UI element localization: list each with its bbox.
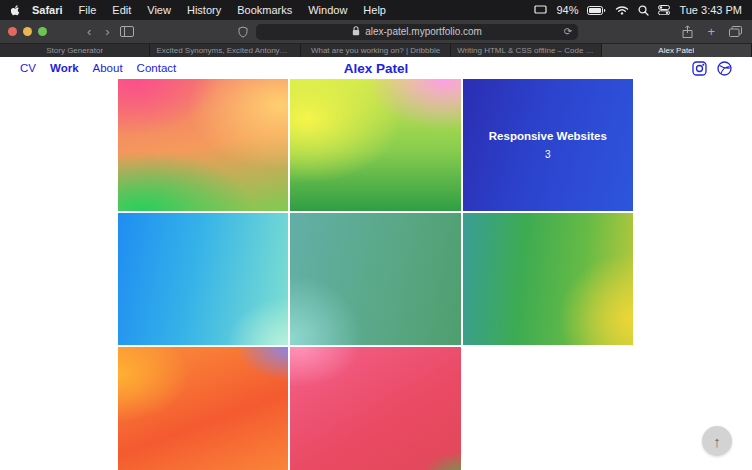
share-icon[interactable] xyxy=(682,25,693,38)
tab-dribbble[interactable]: What are you working on? | Dribbble xyxy=(301,44,451,57)
close-window-button[interactable] xyxy=(8,27,17,36)
zoom-window-button[interactable] xyxy=(38,27,47,36)
menu-item-safari[interactable]: Safari xyxy=(24,4,71,16)
spotlight-icon[interactable] xyxy=(638,5,649,16)
empty-grid-cell xyxy=(463,347,633,470)
project-tile-1[interactable] xyxy=(118,79,288,211)
tab-overview-icon[interactable] xyxy=(729,26,742,37)
tile-label: Responsive Websites xyxy=(489,130,607,142)
social-links xyxy=(692,61,732,76)
menu-item-window[interactable]: Window xyxy=(300,4,355,16)
macos-menu-bar: Safari File Edit View History Bookmarks … xyxy=(0,0,752,20)
battery-icon[interactable] xyxy=(587,6,606,15)
arrow-up-icon: ↑ xyxy=(713,433,721,450)
control-center-icon[interactable] xyxy=(658,5,670,15)
wifi-icon[interactable] xyxy=(615,5,629,15)
privacy-shield-icon[interactable] xyxy=(238,26,248,38)
battery-percentage: 94% xyxy=(556,4,578,16)
refresh-icon[interactable]: ⟳ xyxy=(564,24,572,40)
page-title: Alex Patel xyxy=(344,61,409,76)
tab-story-generator[interactable]: Story Generator xyxy=(0,44,150,57)
menu-bar-clock[interactable]: Tue 3:43 PM xyxy=(679,4,742,16)
nav-link-contact[interactable]: Contact xyxy=(137,62,177,74)
portfolio-grid: Responsive Websites 3 xyxy=(118,79,633,470)
lock-icon xyxy=(352,26,360,38)
menu-item-edit[interactable]: Edit xyxy=(104,4,139,16)
nav-link-about[interactable]: About xyxy=(93,62,123,74)
project-tile-5[interactable] xyxy=(290,213,460,345)
back-button[interactable]: ‹ xyxy=(87,25,91,38)
tab-strip: Story Generator Excited Synonyms, Excite… xyxy=(0,44,752,57)
new-tab-button[interactable]: + xyxy=(707,25,715,38)
window-controls xyxy=(8,27,47,36)
menu-item-file[interactable]: File xyxy=(71,4,105,16)
apple-menu-icon[interactable] xyxy=(10,4,20,16)
project-tile-7[interactable] xyxy=(118,347,288,470)
project-tile-2[interactable] xyxy=(290,79,460,211)
project-tile-8[interactable] xyxy=(290,347,460,470)
project-tile-4[interactable] xyxy=(118,213,288,345)
tile-count: 3 xyxy=(545,149,551,160)
browser-toolbar: ‹ › alex-patel.myportfolio.com ⟳ + xyxy=(0,20,752,44)
screen-mirroring-icon[interactable] xyxy=(534,5,547,15)
instagram-icon[interactable] xyxy=(692,61,707,76)
tab-thesaurus[interactable]: Excited Synonyms, Excited Antonyms | The… xyxy=(150,44,300,57)
project-tile-responsive-websites[interactable]: Responsive Websites 3 xyxy=(463,79,633,211)
scroll-to-top-button[interactable]: ↑ xyxy=(702,426,732,456)
tab-code-club[interactable]: Writing HTML & CSS offline – Code Club xyxy=(451,44,601,57)
site-nav: CV Work About Contact xyxy=(20,62,176,74)
menu-item-view[interactable]: View xyxy=(139,4,179,16)
minimize-window-button[interactable] xyxy=(23,27,32,36)
menu-item-history[interactable]: History xyxy=(179,4,229,16)
address-bar[interactable]: alex-patel.myportfolio.com ⟳ xyxy=(256,24,578,40)
nav-link-work[interactable]: Work xyxy=(50,62,79,74)
dribbble-icon[interactable] xyxy=(717,61,732,76)
forward-button[interactable]: › xyxy=(105,25,109,38)
site-header: CV Work About Contact Alex Patel xyxy=(0,57,752,79)
project-tile-6[interactable] xyxy=(463,213,633,345)
sidebar-icon[interactable] xyxy=(120,26,134,37)
url-text: alex-patel.myportfolio.com xyxy=(365,26,482,37)
nav-link-cv[interactable]: CV xyxy=(20,62,36,74)
tab-alex-patel-active[interactable]: Alex Patel xyxy=(602,44,752,57)
menu-item-help[interactable]: Help xyxy=(355,4,394,16)
menu-item-bookmarks[interactable]: Bookmarks xyxy=(229,4,300,16)
